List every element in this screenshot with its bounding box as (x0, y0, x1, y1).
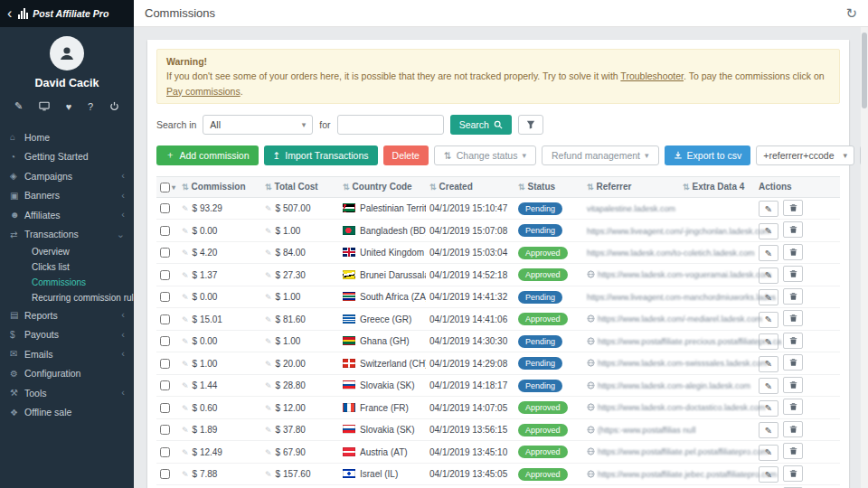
edit-inline-icon[interactable]: ✎ (182, 249, 189, 258)
sidebar-item-overview[interactable]: Overview (0, 244, 134, 259)
row-checkbox[interactable] (160, 380, 170, 390)
power-icon[interactable] (109, 101, 119, 111)
edit-inline-icon[interactable]: ✎ (182, 271, 189, 280)
edit-inline-icon[interactable]: ✎ (265, 426, 272, 435)
back-button[interactable]: ‹ (7, 6, 12, 21)
sidebar-item-offline-sale[interactable]: ❖Offline sale (0, 403, 134, 423)
column-header-referrer[interactable]: ⇅Referrer (583, 176, 679, 197)
delete-row-button[interactable] (783, 244, 803, 260)
favorites-icon[interactable]: ♥ (66, 101, 72, 112)
vertical-scrollbar[interactable] (861, 27, 868, 488)
sidebar-item-campaigns[interactable]: ◈Campaigns‹ (0, 166, 134, 186)
edit-inline-icon[interactable]: ✎ (265, 360, 272, 369)
sidebar-item-affiliates[interactable]: ☻Affiliates‹ (0, 205, 134, 225)
edit-inline-icon[interactable]: ✎ (182, 426, 189, 435)
search-in-select[interactable]: All▾ (203, 115, 313, 135)
import-transactions-button[interactable]: ↥Import Transactions (264, 145, 378, 165)
delete-row-button[interactable] (783, 266, 803, 282)
row-checkbox[interactable] (160, 248, 170, 258)
sidebar-item-emails[interactable]: ✉Emails‹ (0, 344, 134, 364)
edit-inline-icon[interactable]: ✎ (182, 227, 189, 236)
column-header-actions[interactable]: Actions (755, 176, 840, 197)
column-header-extra-data-4[interactable]: ⇅Extra Data 4 (679, 176, 755, 197)
column-header-created[interactable]: ⇅Created (426, 176, 514, 197)
delete-row-button[interactable] (783, 443, 803, 459)
refresh-icon[interactable]: ↻ (845, 6, 857, 20)
sidebar-item-payouts[interactable]: $Payouts‹ (0, 325, 134, 345)
refund-management-dropdown[interactable]: Refund management▾ (542, 145, 659, 165)
row-checkbox[interactable] (160, 447, 170, 457)
row-checkbox[interactable] (160, 425, 170, 435)
sidebar-item-transactions[interactable]: ⇄Transactions⌄ (0, 225, 134, 245)
sidebar-item-reports[interactable]: ▤Reports‹ (0, 305, 134, 325)
sidebar-item-getting-started[interactable]: ◔Getting Started (0, 147, 134, 167)
edit-inline-icon[interactable]: ✎ (265, 381, 272, 390)
edit-inline-icon[interactable]: ✎ (265, 293, 272, 302)
column-header-country-code[interactable]: ⇅Country Code (339, 176, 426, 197)
pay-commissions-link[interactable]: Pay commissions (166, 86, 241, 97)
edit-row-button[interactable]: ✎ (759, 422, 778, 438)
edit-inline-icon[interactable]: ✎ (265, 404, 272, 413)
row-checkbox[interactable] (160, 469, 170, 479)
sidebar-item-tools[interactable]: ⚒Tools‹ (0, 383, 134, 403)
edit-inline-icon[interactable]: ✎ (265, 271, 272, 280)
edit-inline-icon[interactable]: ✎ (182, 337, 189, 346)
sidebar-item-recurring-commission-rules[interactable]: Recurring commission rules (0, 290, 134, 305)
row-checkbox[interactable] (160, 292, 170, 302)
edit-inline-icon[interactable]: ✎ (182, 381, 189, 390)
edit-inline-icon[interactable]: ✎ (265, 470, 272, 479)
edit-inline-icon[interactable]: ✎ (265, 448, 272, 457)
edit-inline-icon[interactable]: ✎ (182, 448, 189, 457)
search-input[interactable] (337, 115, 444, 135)
edit-profile-icon[interactable]: ✎ (14, 100, 23, 112)
edit-row-button[interactable]: ✎ (759, 201, 778, 217)
columns-select[interactable]: +referrerr+ccode▾ (756, 145, 854, 165)
select-all-checkbox[interactable] (160, 183, 170, 192)
filter-button[interactable] (518, 115, 543, 135)
edit-inline-icon[interactable]: ✎ (182, 404, 189, 413)
scrollbar-thumb[interactable] (862, 33, 867, 108)
delete-row-button[interactable] (783, 399, 803, 415)
edit-inline-icon[interactable]: ✎ (265, 227, 272, 236)
column-header-commission[interactable]: ⇅Commission (178, 176, 261, 197)
sidebar-item-commissions[interactable]: Commissions (0, 275, 134, 290)
delete-button[interactable]: Delete (383, 145, 429, 165)
devices-icon[interactable] (39, 101, 50, 111)
export-csv-button[interactable]: Export to csv (665, 145, 751, 165)
help-icon[interactable]: ? (88, 101, 93, 112)
sidebar-item-banners[interactable]: ▣Banners‹ (0, 186, 134, 206)
delete-row-button[interactable] (783, 310, 803, 326)
edit-row-button[interactable]: ✎ (759, 378, 778, 394)
troubleshooter-link[interactable]: Troubleshooter (620, 70, 684, 81)
edit-inline-icon[interactable]: ✎ (265, 315, 272, 324)
row-checkbox[interactable] (160, 336, 170, 346)
column-header-status[interactable]: ⇅Status (514, 176, 583, 197)
sidebar-item-configuration[interactable]: ⚙Configuration (0, 364, 134, 384)
edit-inline-icon[interactable]: ✎ (265, 204, 272, 213)
edit-inline-icon[interactable]: ✎ (182, 360, 189, 369)
edit-row-button[interactable]: ✎ (759, 245, 778, 261)
edit-inline-icon[interactable]: ✎ (182, 315, 189, 324)
add-commission-button[interactable]: ＋Add commission (156, 145, 259, 165)
delete-row-button[interactable] (783, 377, 803, 393)
row-checkbox[interactable] (160, 359, 170, 369)
delete-row-button[interactable] (783, 465, 803, 482)
sidebar-item-clicks-list[interactable]: Clicks list (0, 259, 134, 275)
delete-row-button[interactable] (783, 333, 803, 349)
sidebar-item-home[interactable]: ⌂Home (0, 127, 134, 147)
delete-row-button[interactable] (783, 200, 803, 216)
edit-inline-icon[interactable]: ✎ (182, 204, 189, 213)
row-checkbox[interactable] (160, 270, 170, 280)
edit-inline-icon[interactable]: ✎ (182, 293, 189, 302)
row-checkbox[interactable] (160, 403, 170, 413)
row-checkbox[interactable] (160, 314, 170, 324)
delete-row-button[interactable] (783, 221, 803, 238)
row-checkbox[interactable] (160, 226, 170, 236)
edit-inline-icon[interactable]: ✎ (265, 249, 272, 258)
edit-inline-icon[interactable]: ✎ (265, 337, 272, 346)
search-button[interactable]: Search (450, 115, 512, 135)
delete-row-button[interactable] (783, 288, 803, 305)
column-header-total-cost[interactable]: ⇅Total Cost (261, 176, 339, 197)
delete-row-button[interactable] (783, 354, 803, 371)
change-status-dropdown[interactable]: ⇅Change status▾ (434, 145, 536, 165)
